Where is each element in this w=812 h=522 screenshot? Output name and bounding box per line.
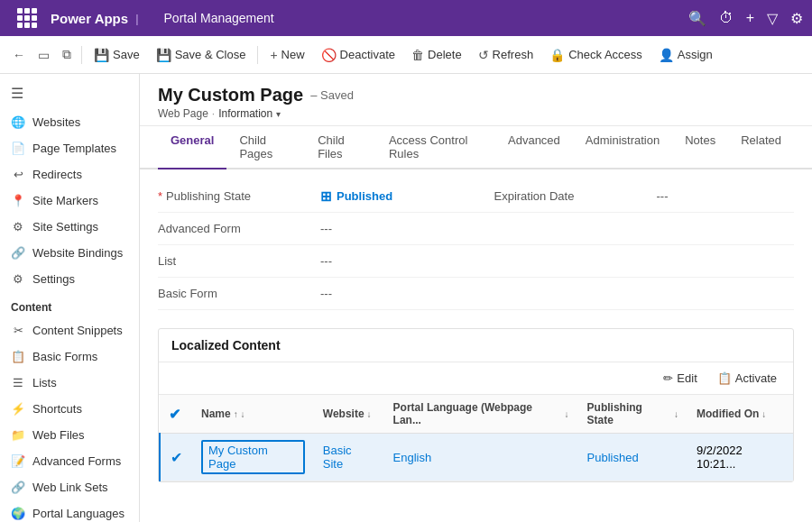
add-icon[interactable]: + [746, 10, 754, 26]
localized-toolbar: ✏ Edit 📋 Activate [159, 362, 793, 395]
advanced-form-value: --- [320, 222, 794, 235]
row-check-icon: ✔ [171, 450, 182, 465]
localized-table: ✔ Name ↑ ↓ Website ↓ [159, 395, 793, 481]
sidebar-label-websites: Websites [32, 115, 80, 129]
edit-button[interactable]: ✏ Edit [656, 368, 704, 389]
settings-icon[interactable]: ⚙ [790, 10, 803, 27]
settings-icon: ⚙ [11, 272, 25, 286]
row-checkbox[interactable]: ✔ [160, 434, 192, 481]
websites-icon: 🌐 [11, 115, 25, 129]
filter-icon[interactable]: ▽ [767, 10, 778, 27]
activate-button[interactable]: 📋 Activate [710, 368, 784, 389]
row-name[interactable]: My Custom Page [192, 434, 314, 481]
row-website-link[interactable]: Basic Site [323, 444, 352, 471]
sidebar-item-site-settings[interactable]: ⚙ Site Settings [0, 214, 139, 240]
new-window-button[interactable]: ⧉ [57, 43, 77, 66]
sidebar-label-lists: Lists [32, 376, 57, 389]
search-icon[interactable]: 🔍 [688, 10, 706, 27]
sidebar-item-website-bindings[interactable]: 🔗 Website Bindings [0, 240, 139, 266]
publishing-state-value[interactable]: ⊞ Published [320, 188, 458, 205]
modified-on-sort-icon: ↓ [761, 409, 766, 419]
list-label: List [158, 254, 320, 268]
tab-related[interactable]: Related [728, 126, 794, 169]
sidebar-label-content-snippets: Content Snippets [32, 324, 123, 337]
check-access-button[interactable]: 🔒 Check Access [542, 44, 650, 66]
shortcuts-icon: ⚡ [11, 402, 25, 416]
sidebar-item-basic-forms[interactable]: 📋 Basic Forms [0, 343, 139, 370]
restore-button[interactable]: ▭ [32, 44, 55, 66]
row-website[interactable]: Basic Site [314, 434, 384, 481]
sidebar-item-site-markers[interactable]: 📍 Site Markers [0, 188, 139, 214]
page-title: My Custom Page [158, 85, 303, 105]
recent-icon[interactable]: ⏱ [719, 10, 734, 26]
assign-button[interactable]: 👤 Assign [651, 44, 720, 66]
new-button[interactable]: + New [263, 44, 311, 66]
publishing-state-row: * Publishing State ⊞ Published Expiratio… [158, 180, 794, 213]
list-row: List --- [158, 245, 794, 278]
basic-form-row: Basic Form --- [158, 278, 794, 310]
tab-notes[interactable]: Notes [672, 126, 728, 169]
page-subtitle-view[interactable]: Information [218, 107, 272, 120]
col-website[interactable]: Website ↓ [314, 395, 384, 434]
row-language[interactable]: English [384, 434, 578, 481]
sidebar-item-settings[interactable]: ⚙ Settings [0, 266, 139, 292]
page-templates-icon: 📄 [11, 142, 25, 155]
select-all-header[interactable]: ✔ [160, 395, 192, 434]
tab-child-files[interactable]: Child Files [305, 126, 376, 169]
tabs-bar: General Child Pages Child Files Access C… [140, 126, 812, 169]
separator-2 [257, 46, 258, 64]
basic-form-value: --- [320, 287, 794, 300]
refresh-button[interactable]: ↺ Refresh [471, 44, 541, 66]
published-icon: ⊞ [320, 188, 332, 205]
deactivate-button[interactable]: 🚫 Deactivate [314, 44, 402, 66]
localized-section-title: Localized Content [159, 329, 793, 362]
web-link-sets-icon: 🔗 [11, 481, 25, 494]
tab-advanced[interactable]: Advanced [495, 126, 573, 169]
sidebar-label-redirects: Redirects [32, 168, 82, 181]
back-button[interactable]: ← [7, 44, 31, 66]
sidebar-label-site-markers: Site Markers [32, 194, 98, 207]
col-name[interactable]: Name ↑ ↓ [192, 395, 314, 434]
col-publishing-state[interactable]: Publishing State ↓ [578, 395, 687, 434]
table-header-row: ✔ Name ↑ ↓ Website ↓ [160, 395, 793, 434]
tab-child-pages[interactable]: Child Pages [226, 126, 305, 169]
row-language-link[interactable]: English [393, 451, 432, 464]
row-publishing-state-link[interactable]: Published [587, 451, 639, 464]
sidebar-item-advanced-forms[interactable]: 📝 Advanced Forms [0, 448, 139, 474]
tab-administration[interactable]: Administration [573, 126, 672, 169]
sidebar-label-site-settings: Site Settings [32, 220, 98, 234]
web-files-icon: 📁 [11, 428, 25, 442]
select-all-checkbox[interactable]: ✔ [169, 407, 180, 422]
sidebar-label-shortcuts: Shortcuts [32, 402, 82, 416]
main-layout: ☰ 🌐 Websites 📄 Page Templates ↩ Redirect… [0, 74, 812, 522]
sidebar-label-web-files: Web Files [32, 428, 85, 442]
chevron-down-icon: ▾ [276, 109, 281, 119]
save-button[interactable]: 💾 Save [87, 44, 147, 66]
grid-menu-icon[interactable] [9, 0, 45, 36]
name-sort-icon: ↑ ↓ [234, 409, 245, 419]
advanced-form-row: Advanced Form --- [158, 213, 794, 245]
tab-general[interactable]: General [158, 126, 226, 169]
sidebar-item-websites[interactable]: 🌐 Websites [0, 109, 139, 135]
sidebar-item-portal-languages[interactable]: 🌍 Portal Languages [0, 500, 139, 522]
col-modified-on[interactable]: Modified On ↓ [687, 395, 793, 434]
sidebar-item-shortcuts[interactable]: ⚡ Shortcuts [0, 396, 139, 422]
sidebar-item-page-templates[interactable]: 📄 Page Templates [0, 135, 139, 161]
sidebar-item-content-snippets[interactable]: ✂ Content Snippets [0, 317, 139, 343]
row-publishing-state[interactable]: Published [578, 434, 687, 481]
sidebar-item-redirects[interactable]: ↩ Redirects [0, 161, 139, 188]
save-close-button[interactable]: 💾 Save & Close [149, 44, 254, 66]
delete-button[interactable]: 🗑 Delete [404, 44, 469, 66]
tab-access-control-rules[interactable]: Access Control Rules [376, 126, 495, 169]
sidebar-item-web-link-sets[interactable]: 🔗 Web Link Sets [0, 474, 139, 500]
portal-languages-icon: 🌍 [11, 507, 25, 520]
page-subtitle-type: Web Page [158, 107, 208, 120]
row-modified-on: 9/2/2022 10:21... [687, 434, 793, 481]
sidebar-item-lists[interactable]: ☰ Lists [0, 370, 139, 396]
publishing-state-label: * Publishing State [158, 189, 320, 203]
hamburger-icon[interactable]: ☰ [0, 78, 139, 109]
col-language[interactable]: Portal Language (Webpage Lan... ↓ [384, 395, 578, 434]
row-name-link[interactable]: My Custom Page [208, 444, 268, 471]
content-section-label: Content [0, 292, 139, 317]
sidebar-item-web-files[interactable]: 📁 Web Files [0, 422, 139, 448]
